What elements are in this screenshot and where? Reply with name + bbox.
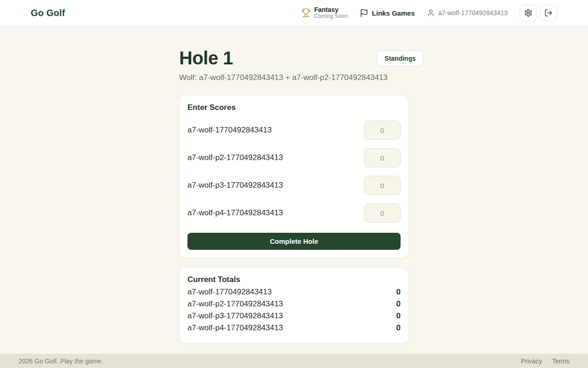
score-input-player-1[interactable]	[364, 121, 401, 140]
total-row: a7-wolf-1770492843413 0	[187, 286, 401, 298]
settings-button[interactable]	[520, 5, 537, 22]
score-input-player-2[interactable]	[364, 148, 401, 167]
total-value: 0	[396, 310, 401, 322]
total-player-name: a7-wolf-1770492843413	[187, 286, 271, 298]
total-row: a7-wolf-p4-1770492843413 0	[187, 322, 401, 334]
logout-icon	[544, 9, 553, 17]
score-row: a7-wolf-p3-1770492843413	[187, 176, 401, 195]
trophy-icon	[301, 8, 311, 17]
username: a7-wolf-1770492843413	[438, 9, 508, 17]
score-row: a7-wolf-1770492843413	[187, 121, 401, 140]
total-value: 0	[396, 286, 401, 298]
total-row: a7-wolf-p3-1770492843413 0	[187, 310, 401, 322]
app-logo[interactable]: Go Golf	[31, 8, 65, 18]
player-name: a7-wolf-p3-1770492843413	[187, 181, 283, 190]
nav-item-fantasy[interactable]: Fantasy Coming Soon	[301, 6, 348, 20]
app-footer: 2026 Go Golf. Play the game. Privacy Ter…	[0, 354, 588, 368]
wolf-subtitle: Wolf: a7-wolf-1770492843413 + a7-wolf-p2…	[179, 73, 409, 82]
links-games-label: Links Games	[372, 9, 415, 17]
privacy-link[interactable]: Privacy	[521, 357, 542, 365]
player-name: a7-wolf-p2-1770492843413	[187, 153, 283, 162]
main-content: Hole 1 Standings Wolf: a7-wolf-177049284…	[179, 26, 409, 354]
total-player-name: a7-wolf-p4-1770492843413	[187, 322, 283, 334]
nav-item-links-games[interactable]: Links Games	[360, 9, 415, 17]
fantasy-sublabel: Coming Soon	[314, 13, 348, 20]
player-name: a7-wolf-1770492843413	[187, 126, 271, 135]
current-totals-card: Current Totals a7-wolf-1770492843413 0 a…	[179, 267, 409, 344]
score-input-player-3[interactable]	[364, 176, 401, 195]
logout-button[interactable]	[540, 5, 557, 22]
enter-scores-heading: Enter Scores	[187, 103, 401, 112]
footer-copyright: 2026 Go Golf. Play the game.	[18, 357, 103, 365]
enter-scores-card: Enter Scores a7-wolf-1770492843413 a7-wo…	[179, 95, 409, 258]
total-value: 0	[396, 322, 401, 334]
total-row: a7-wolf-p2-1770492843413 0	[187, 298, 401, 310]
page-title: Hole 1	[179, 48, 233, 69]
user-chip: a7-wolf-1770492843413	[427, 9, 508, 17]
fantasy-label: Fantasy	[314, 6, 348, 13]
score-input-player-4[interactable]	[364, 203, 401, 223]
current-totals-heading: Current Totals	[187, 275, 401, 284]
terms-link[interactable]: Terms	[552, 357, 570, 365]
score-row: a7-wolf-p4-1770492843413	[187, 203, 401, 223]
gear-icon	[524, 9, 532, 17]
total-value: 0	[396, 298, 401, 310]
total-player-name: a7-wolf-p2-1770492843413	[187, 298, 283, 310]
complete-hole-button[interactable]: Complete Hole	[187, 233, 401, 250]
user-icon	[427, 9, 435, 17]
app-header: Go Golf Fantasy Coming Soon	[0, 0, 588, 26]
total-player-name: a7-wolf-p3-1770492843413	[187, 310, 283, 322]
player-name: a7-wolf-p4-1770492843413	[187, 208, 283, 218]
standings-button[interactable]: Standings	[377, 51, 424, 66]
score-row: a7-wolf-p2-1770492843413	[187, 148, 401, 167]
flag-icon	[360, 9, 368, 17]
